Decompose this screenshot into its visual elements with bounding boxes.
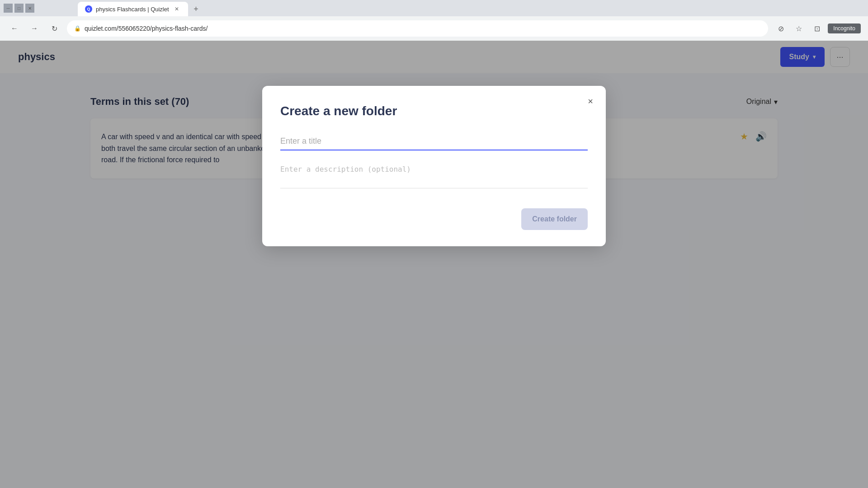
window-controls: ─ □ ✕ [4, 4, 34, 13]
modal-overlay: × Create a new folder Create folder [0, 41, 868, 488]
modal-footer: Create folder [280, 208, 588, 230]
page-content: physics Study ▾ ··· Terms in this set (7… [0, 41, 868, 488]
bookmark-button[interactable]: ☆ [792, 21, 806, 36]
tab-title: physics Flashcards | Quizlet [96, 6, 169, 13]
active-tab[interactable]: Q physics Flashcards | Quizlet ✕ [78, 2, 188, 16]
create-folder-modal: × Create a new folder Create folder [262, 86, 606, 246]
incognito-badge[interactable]: Incognito [828, 23, 861, 33]
browser-actions: ⊘ ☆ ⊡ Incognito [774, 21, 861, 36]
title-bar: ─ □ ✕ Q physics Flashcards | Quizlet ✕ + [0, 0, 868, 16]
create-folder-button[interactable]: Create folder [521, 208, 588, 230]
extension-button[interactable]: ⊡ [810, 21, 824, 36]
back-button[interactable]: ← [7, 21, 22, 36]
maximize-button[interactable]: □ [14, 4, 24, 13]
address-bar-row: ← → ↻ 🔒 quizlet.com/556065220/physics-fl… [0, 16, 868, 41]
tab-bar: Q physics Flashcards | Quizlet ✕ + [42, 0, 203, 16]
forward-button[interactable]: → [27, 21, 42, 36]
close-window-button[interactable]: ✕ [25, 4, 34, 13]
modal-title: Create a new folder [280, 104, 588, 118]
address-bar[interactable]: 🔒 quizlet.com/556065220/physics-flash-ca… [67, 20, 768, 37]
minimize-button[interactable]: ─ [4, 4, 13, 13]
refresh-button[interactable]: ↻ [47, 21, 61, 36]
modal-close-button[interactable]: × [583, 94, 598, 108]
new-tab-button[interactable]: + [190, 3, 203, 15]
lock-icon: 🔒 [74, 25, 81, 32]
folder-description-input[interactable] [280, 161, 588, 188]
folder-title-input[interactable] [280, 133, 588, 150]
close-tab-button[interactable]: ✕ [173, 5, 181, 13]
cast-button[interactable]: ⊘ [774, 21, 788, 36]
url-text: quizlet.com/556065220/physics-flash-card… [85, 25, 761, 32]
tab-favicon: Q [85, 5, 92, 13]
browser-chrome: ─ □ ✕ Q physics Flashcards | Quizlet ✕ +… [0, 0, 868, 41]
